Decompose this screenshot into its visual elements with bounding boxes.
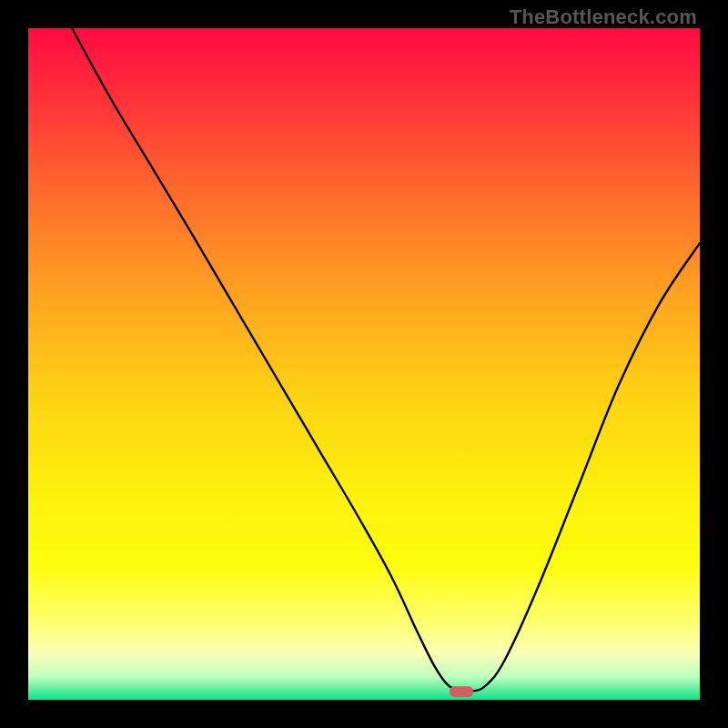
- chart-frame: TheBottleneck.com: [0, 0, 728, 728]
- bottleneck-chart: [28, 28, 700, 700]
- optimal-point-marker: [450, 686, 473, 697]
- plot-area: [28, 28, 700, 700]
- watermark-text: TheBottleneck.com: [510, 5, 697, 29]
